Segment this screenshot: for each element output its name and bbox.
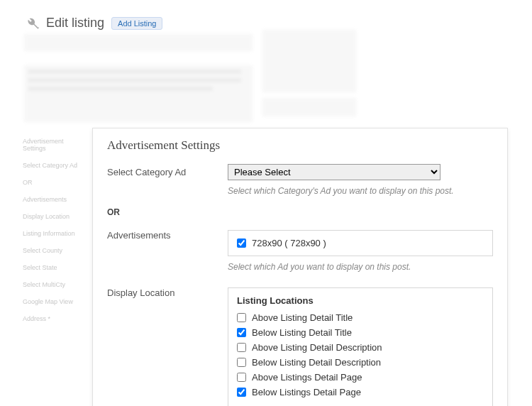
sidebar-hint-item: Advertisements [23,196,87,203]
page-header: Edit listing Add Listing [25,16,162,31]
listing-location-option[interactable]: Below Listing Detail Title [237,325,484,340]
listing-location-checkbox[interactable] [237,313,246,322]
wrench-icon [25,16,39,31]
row-advertisements: Advertisements 728x90 ( 728x90 ) Select … [93,223,507,280]
sidebar-hint-item: Select State [23,264,87,271]
advertisements-box: 728x90 ( 728x90 ) [228,230,493,256]
sidebar-hint-item: Select County [23,247,87,254]
panel-title: Advertisement Settings [93,128,507,160]
listing-location-checkbox[interactable] [237,328,246,337]
listing-location-option[interactable]: Below Listings Detail Page [237,385,484,400]
listing-location-checkbox[interactable] [237,358,246,367]
advertisement-settings-panel: Advertisement Settings Select Category A… [92,128,508,406]
ad-option-728x90[interactable]: 728x90 ( 728x90 ) [237,238,484,248]
sidebar-hint-item: Address * [23,315,87,322]
listing-location-label: Below Listing Detail Title [252,327,352,338]
sidebar-hint-item: Select Category Ad [23,162,87,169]
listing-location-option[interactable]: Above Listing Detail Title [237,310,484,325]
hint-category: Select which Category's Ad you want to d… [228,186,493,196]
sidebar-hint-item: Listing Information [23,230,87,237]
listing-location-label: Below Listing Detail Description [252,357,381,368]
listing-location-label: Below Listings Detail Page [252,387,361,397]
add-listing-button[interactable]: Add Listing [111,17,162,30]
listing-location-label: Above Listing Detail Title [252,312,353,323]
listing-locations-title: Listing Locations [237,295,484,306]
listing-location-label: Above Listing Detail Description [252,342,382,353]
select-category-ad[interactable]: Please Select [228,164,440,180]
checkbox-ad-728x90[interactable] [237,238,246,248]
sidebar-hint-item: Select MultiCty [23,281,87,288]
label-select-category-ad: Select Category Ad [107,164,228,177]
page-title: Edit listing [46,16,104,31]
listing-location-option[interactable]: Below Listing Detail Description [237,355,484,370]
sidebar-hint-item: Advertisement Settings [23,138,87,152]
listing-location-label: Above Listings Detail Page [252,372,362,383]
sidebar-hint: Advertisement SettingsSelect Category Ad… [23,128,87,383]
row-display-location: Display Location Listing Locations Above… [93,280,507,406]
listing-locations-list: Above Listing Detail TitleBelow Listing … [237,310,484,400]
listing-location-option[interactable]: Above Listing Detail Description [237,340,484,355]
listing-locations-box: Listing Locations Above Listing Detail T… [228,287,493,406]
listing-location-checkbox[interactable] [237,373,246,382]
or-label: OR [93,204,507,223]
label-advertisements: Advertisements [107,227,228,241]
row-select-category-ad: Select Category Ad Please Select Select … [93,160,507,204]
hint-advertisements: Select which Ad you want to display on t… [228,262,493,272]
sidebar-hint-item: Display Location [23,213,87,220]
listing-location-checkbox[interactable] [237,343,246,352]
listing-location-checkbox[interactable] [237,388,246,397]
listing-location-option[interactable]: Above Listings Detail Page [237,370,484,385]
ad-option-label: 728x90 ( 728x90 ) [252,238,326,248]
sidebar-hint-item: Google Map View [23,298,87,305]
sidebar-hint-item: OR [23,179,87,186]
label-display-location: Display Location [107,285,228,298]
